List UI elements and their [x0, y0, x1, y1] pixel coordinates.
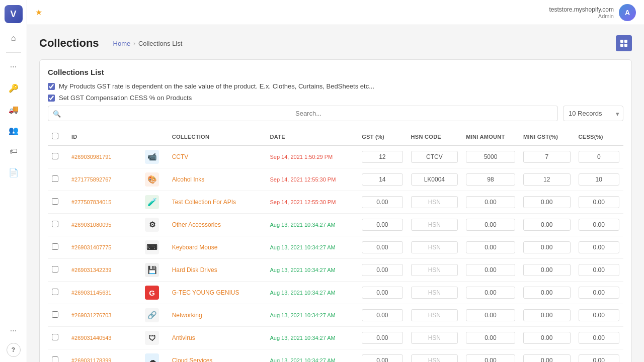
select-all-checkbox[interactable]	[52, 133, 58, 139]
row-mini-gst-input[interactable]	[523, 219, 571, 231]
row-checkbox[interactable]	[52, 198, 58, 205]
row-hsn-input[interactable]	[411, 309, 458, 321]
row-hsn-input[interactable]	[411, 219, 458, 231]
more-icon-bottom[interactable]: ···	[5, 322, 23, 340]
row-collection-link[interactable]: Hard Disk Drives	[172, 266, 217, 274]
home-icon[interactable]: ⌂	[5, 29, 23, 47]
row-gst-input[interactable]	[362, 196, 403, 208]
row-id-link[interactable]: #269031178399	[71, 357, 112, 362]
row-id-link[interactable]: #269031407775	[71, 244, 112, 250]
row-mini-amount-input[interactable]	[466, 354, 515, 362]
row-hsn-input[interactable]	[411, 173, 458, 186]
row-checkbox[interactable]	[52, 243, 58, 250]
row-mini-amount-input[interactable]	[466, 196, 515, 208]
row-id-link[interactable]: #271775892767	[71, 176, 112, 183]
breadcrumb-home[interactable]: Home	[113, 40, 131, 47]
row-cess-input[interactable]	[579, 241, 619, 253]
row-id-link[interactable]: #269030981791	[71, 154, 112, 160]
row-mini-gst-input[interactable]	[523, 332, 571, 344]
avatar[interactable]: A	[619, 4, 636, 21]
row-collection-link[interactable]: G-TEC YOUNG GENIUS	[172, 289, 239, 296]
row-mini-gst-input[interactable]	[523, 287, 571, 299]
records-select[interactable]: 10 Records 25 Records 50 Records 100 Rec…	[563, 106, 623, 121]
row-hsn-input[interactable]	[411, 241, 458, 253]
row-gst-input[interactable]	[362, 173, 403, 186]
row-mini-amount-cell	[462, 304, 519, 327]
row-mini-amount-input[interactable]	[466, 332, 515, 344]
row-cess-input[interactable]	[579, 196, 619, 208]
search-input[interactable]	[48, 106, 558, 121]
row-mini-gst-input[interactable]	[523, 309, 571, 321]
row-checkbox[interactable]	[52, 289, 58, 295]
checkbox-gst-dependent[interactable]	[48, 83, 55, 90]
row-checkbox[interactable]	[52, 334, 58, 340]
row-id-link[interactable]: #269031342239	[71, 267, 112, 273]
row-collection-link[interactable]: CCTV	[172, 153, 189, 160]
delivery-icon[interactable]: 🚚	[5, 100, 23, 118]
row-gst-input[interactable]	[362, 332, 403, 344]
row-collection-link[interactable]: Networking	[172, 312, 202, 319]
users-icon[interactable]: 👥	[5, 121, 23, 139]
row-checkbox[interactable]	[52, 266, 58, 273]
row-gst-input[interactable]	[362, 151, 403, 163]
row-mini-amount-input[interactable]	[466, 173, 515, 186]
row-collection-link[interactable]: Keyboard Mouse	[172, 244, 218, 251]
row-cess-input[interactable]	[579, 354, 619, 362]
row-checkbox[interactable]	[52, 311, 58, 318]
row-collection-link[interactable]: Cloud Services	[172, 357, 213, 362]
more-dots-icon[interactable]: ···	[5, 58, 23, 76]
row-cess-input[interactable]	[579, 173, 619, 186]
row-mini-amount-input[interactable]	[466, 151, 515, 163]
row-gst-input[interactable]	[362, 241, 403, 253]
grid-view-button[interactable]	[616, 35, 632, 51]
row-mini-gst-input[interactable]	[523, 241, 571, 253]
row-gst-input[interactable]	[362, 219, 403, 231]
row-checkbox[interactable]	[52, 221, 58, 227]
row-mini-amount-input[interactable]	[466, 241, 515, 253]
key-icon[interactable]: 🔑	[5, 79, 23, 97]
row-id-link[interactable]: #269031440543	[71, 335, 112, 341]
row-collection-link[interactable]: Test Collection For APIs	[172, 199, 236, 206]
row-id-link[interactable]: #269031080095	[71, 222, 112, 228]
row-hsn-input[interactable]	[411, 196, 458, 208]
row-gst-input[interactable]	[362, 264, 403, 276]
row-cess-input[interactable]	[579, 309, 619, 321]
row-mini-amount-input[interactable]	[466, 219, 515, 231]
row-mini-gst-input[interactable]	[523, 151, 571, 163]
row-collection-link[interactable]: Other Accessories	[172, 221, 221, 228]
row-mini-gst-input[interactable]	[523, 264, 571, 276]
row-hsn-input[interactable]	[411, 332, 458, 344]
row-mini-gst-input[interactable]	[523, 196, 571, 208]
checkbox-cess[interactable]	[48, 95, 55, 102]
row-cess-input[interactable]	[579, 264, 619, 276]
row-mini-amount-input[interactable]	[466, 309, 515, 321]
row-id-link[interactable]: #277507834015	[71, 199, 112, 205]
row-hsn-input[interactable]	[411, 264, 458, 276]
row-hsn-input[interactable]	[411, 354, 458, 362]
row-cess-input[interactable]	[579, 151, 619, 163]
document-icon[interactable]: 📄	[5, 163, 23, 182]
checkbox-gst-dependent-label: My Products GST rate is dependent on the…	[59, 82, 374, 90]
row-cess-input[interactable]	[579, 219, 619, 231]
row-mini-amount-input[interactable]	[466, 264, 515, 276]
row-gst-input[interactable]	[362, 309, 403, 321]
row-collection-link[interactable]: Antivirus	[172, 334, 195, 341]
row-checkbox[interactable]	[52, 153, 58, 159]
row-collection-link[interactable]: Alcohol Inks	[172, 176, 205, 183]
row-hsn-input[interactable]	[411, 151, 458, 163]
row-id-link[interactable]: #269031276703	[71, 312, 112, 318]
row-mini-amount-input[interactable]	[466, 287, 515, 299]
row-cess-input[interactable]	[579, 287, 619, 299]
tag-icon[interactable]: 🏷	[5, 142, 23, 160]
row-checkbox[interactable]	[52, 356, 58, 362]
row-cess-input[interactable]	[579, 332, 619, 344]
row-gst-input[interactable]	[362, 287, 403, 299]
row-gst-input[interactable]	[362, 354, 403, 362]
favorite-icon[interactable]: ★	[35, 8, 42, 17]
row-hsn-input[interactable]	[411, 287, 458, 299]
row-id-link[interactable]: #269031145631	[71, 290, 112, 296]
row-checkbox[interactable]	[52, 175, 58, 182]
row-mini-gst-input[interactable]	[523, 354, 571, 362]
help-icon[interactable]: ?	[7, 343, 21, 357]
row-mini-gst-input[interactable]	[523, 173, 571, 186]
